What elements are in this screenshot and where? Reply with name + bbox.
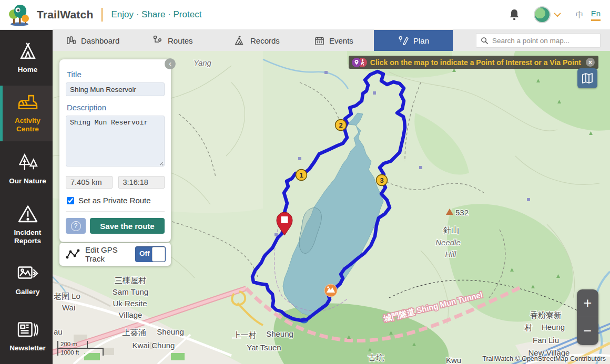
toggle-knob[interactable] — [152, 247, 165, 262]
help-button[interactable]: ? — [66, 218, 86, 234]
save-route-button[interactable]: Save the route — [90, 218, 165, 234]
svg-text:Kwu: Kwu — [446, 356, 461, 364]
search-icon — [481, 37, 489, 45]
tagline: Enjoy · Share · Protect — [111, 9, 201, 20]
scale-imperial: 1000 ft — [57, 348, 104, 356]
collapse-panel-icon[interactable]: ‹ — [165, 58, 176, 69]
svg-text:Sheung: Sheung — [157, 327, 184, 336]
svg-text:au: au — [54, 327, 63, 336]
svg-text:Heung: Heung — [542, 323, 565, 331]
tab-dashboard[interactable]: Dashboard — [66, 30, 119, 51]
tab-routes[interactable]: Routes — [152, 30, 193, 51]
viewpoint-marker[interactable] — [324, 284, 337, 297]
tab-label: Dashboard — [81, 36, 119, 45]
search-input[interactable] — [492, 37, 596, 45]
zoom-control: + − — [577, 289, 598, 345]
sidebar-item-home[interactable]: Home — [0, 30, 53, 86]
map-layers-button[interactable] — [577, 68, 597, 88]
warning-triangle-icon — [17, 204, 38, 224]
records-mountain-icon — [235, 36, 246, 46]
svg-text:上葵涌: 上葵涌 — [123, 328, 146, 337]
trailwatch-logo-icon — [7, 3, 32, 27]
sidebar-item-incident-reports[interactable]: Incident Reports — [0, 197, 53, 253]
app-header: TrailWatch Enjoy · Share · Protect 中 En — [0, 0, 610, 30]
svg-text:2: 2 — [339, 121, 342, 129]
hiking-boot-icon — [17, 93, 38, 112]
logo[interactable]: TrailWatch — [7, 3, 93, 27]
lang-toggle-en[interactable]: En — [591, 9, 601, 21]
chevron-down-icon[interactable] — [554, 13, 561, 17]
toggle-state-label: Off — [139, 249, 150, 257]
svg-text:三棟屋村: 三棟屋村 — [115, 276, 146, 285]
hint-close-icon[interactable]: × — [586, 58, 595, 67]
zoom-in-button[interactable]: + — [577, 289, 598, 317]
sidebar-label: Home — [5, 66, 50, 74]
map-attribution: TrailWatch © OpenStreetMap Contributors — [482, 355, 606, 362]
edit-gps-track-card: Edit GPS Track Off — [59, 243, 171, 266]
zoom-out-button[interactable]: − — [577, 317, 598, 345]
tab-label: Plan — [413, 36, 429, 45]
sidebar-item-our-nature[interactable]: Our Nature — [0, 141, 53, 197]
svg-text:香粉寮新: 香粉寮新 — [530, 310, 562, 319]
tab-label: Records — [250, 36, 280, 45]
question-mark-icon: ? — [71, 221, 81, 231]
sidebar-label: Incident Reports — [5, 228, 50, 245]
description-label: Description — [67, 103, 165, 112]
svg-text:Kwai Chung: Kwai Chung — [133, 341, 175, 350]
svg-text:古坑: 古坑 — [368, 353, 384, 362]
gps-track-icon — [66, 249, 80, 259]
svg-text:上一村: 上一村 — [233, 330, 257, 339]
waypoint-marker-1[interactable]: 1 — [296, 170, 307, 181]
brand-name: TrailWatch — [37, 8, 93, 21]
map-icon — [581, 72, 594, 84]
svg-text:Wai: Wai — [62, 303, 75, 312]
sidebar-item-activity-centre[interactable]: Activity Centre — [0, 86, 53, 141]
title-input[interactable] — [66, 82, 165, 96]
svg-text:1: 1 — [299, 171, 303, 179]
sidebar-label: Activity Centre — [5, 117, 50, 133]
waypoint-marker-2[interactable]: 2 — [336, 120, 347, 131]
map-search[interactable] — [476, 33, 601, 48]
events-calendar-icon — [314, 36, 324, 46]
duration-value: 3:16:18 — [118, 176, 165, 189]
svg-text:Fan Liu: Fan Liu — [533, 336, 559, 345]
svg-text:Hill: Hill — [445, 249, 456, 258]
svg-text:老圍 Lo: 老圍 Lo — [54, 292, 80, 300]
map-hint-tooltip: Click on the map to indicate a Point of … — [349, 56, 598, 69]
user-avatar[interactable] — [534, 6, 551, 23]
notifications-bell-icon[interactable] — [509, 8, 520, 21]
lang-toggle-zh[interactable]: 中 — [576, 10, 584, 20]
map-scale: 200 m 1000 ft — [57, 341, 104, 356]
svg-text:Uk Resite: Uk Resite — [113, 299, 147, 308]
svg-text:Village: Village — [119, 310, 143, 319]
tab-records[interactable]: Records — [235, 30, 280, 51]
svg-text:村: 村 — [524, 323, 533, 332]
hint-icons — [352, 58, 367, 67]
distance-value: 7.405 km — [66, 176, 113, 189]
sidebar-label: Our Nature — [5, 177, 50, 185]
sidebar-label: Gallery — [5, 288, 50, 296]
tab-events[interactable]: Events — [314, 30, 353, 51]
tab-plan[interactable]: Plan — [374, 30, 453, 51]
description-textarea[interactable]: Shing Mun Reservoir — [66, 116, 165, 167]
trailwatch-app: TrailWatch Enjoy · Share · Protect 中 En … — [0, 0, 610, 364]
private-route-checkbox[interactable] — [67, 197, 74, 204]
edit-gps-track-label: Edit GPS Track — [85, 245, 131, 263]
sidebar-item-newsletter[interactable]: Newsletter — [0, 308, 53, 364]
tent-icon — [18, 41, 38, 61]
dashboard-icon — [66, 36, 76, 46]
sidebar-label: Newsletter — [5, 344, 50, 352]
plan-icon — [398, 35, 409, 46]
gps-track-toggle[interactable]: Off — [135, 246, 166, 262]
svg-text:3: 3 — [380, 176, 383, 184]
title-label: Title — [67, 70, 165, 79]
sidebar-item-gallery[interactable]: Gallery — [0, 253, 53, 308]
trees-icon — [17, 153, 38, 173]
sidebar: Home Activity Centre Our Nature Incident… — [0, 30, 53, 364]
waypoint-marker-3[interactable]: 3 — [377, 175, 388, 186]
private-route-label[interactable]: Set as Private Route — [78, 196, 151, 205]
tab-label: Events — [329, 36, 353, 45]
route-form-panel: ‹ Title Description Shing Mun Reservoir … — [59, 59, 171, 242]
poi-pin-icon — [352, 58, 361, 67]
top-nav: Dashboard Routes Records Events Plan — [53, 30, 610, 51]
